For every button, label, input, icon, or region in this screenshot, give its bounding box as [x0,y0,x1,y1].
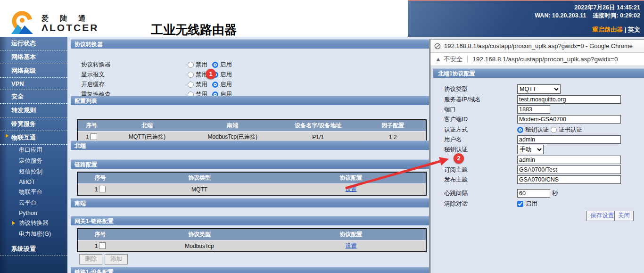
col-device: 设备名字/设备地址 [276,120,360,132]
reboot-router-link[interactable]: 重启路由器 [592,26,623,33]
disable-radio[interactable] [188,72,194,78]
sidebar-item-bandwidth[interactable]: 带宽服务 [0,117,67,131]
row-index: 1 [86,134,89,141]
heartbeat-unit: 秒 [552,190,558,198]
subscribe-topic-row: 订阅主题 [444,165,621,174]
sidebar-item-power-encrypt[interactable]: 电力加密(G) [0,229,67,240]
popup-section-bar: 北端1协议配置 [433,68,644,78]
client-id-input[interactable] [517,115,621,124]
popup-address-bar[interactable]: ▲ 不安全 192.168.8.1/asp/custapp/procon_upl… [430,53,644,66]
add-button[interactable]: 添加 [105,254,128,265]
heartbeat-input[interactable] [517,189,550,198]
row-checkbox[interactable] [99,186,106,192]
field-label: 显示报文 [81,70,141,79]
sidebar-item-label: 物联互通 [11,134,36,141]
page-title: 工业无线路由器 [151,22,237,38]
publish-topic-input[interactable] [517,175,621,184]
sidebar-item-python[interactable]: Python [0,208,67,218]
sidebar-item-forward-rules[interactable]: 转发规则 [0,104,67,117]
brand-name-en: ΛLOTCER [41,22,99,33]
auth-mode-row: 认证方式 秘钥认证 证书认证 [444,125,587,134]
protocol-type-cell: ModbusTcp [123,240,276,252]
protocol-type-cell: MQTT [123,184,276,196]
popup-url-text: 192.168.8.1/asp/custapp/procon_uplk.asp?… [472,56,618,63]
north-settings-link[interactable]: 设置 [345,186,356,192]
field-label: 秘钥认证 [444,146,517,154]
sidebar-item-serial-app[interactable]: 串口应用 [0,145,67,156]
port-input[interactable] [517,105,550,114]
save-settings-button[interactable]: 保存设置 [586,211,618,221]
header-links: 重启路由器 | 英文 [592,25,640,34]
subscribe-topic-input[interactable] [517,165,621,174]
sidebar-item-iot[interactable]: 物联互通 [0,131,67,145]
popup-window-title: 192.168.8.1/asp/custapp/procon_uplk.asp?… [444,42,633,50]
username-row: 用户名 [444,135,621,144]
disable-radio[interactable] [188,82,194,88]
cert-auth-radio[interactable] [551,127,557,133]
wan-status-line: WAN: 10.20.203.11 连接时间: 0:29:02 [535,12,640,20]
table-header-row: 序号 北端 南端 设备名字/设备地址 因子配置 [77,120,426,132]
enable-option-label: 启用 [220,80,232,89]
key-auth-radio[interactable] [517,127,523,133]
sidebar-item-running-status[interactable]: 运行状态 [0,37,67,50]
sidebar-item-protocol-converter[interactable]: 协议转换器 [0,218,67,229]
sidebar-item-network-advanced[interactable]: 网络高级 [0,64,67,78]
config-list-table: 序号 北端 南端 设备名字/设备地址 因子配置 1 MQTT(已连接) Modb… [77,119,427,143]
client-id-row: 客户端ID [444,115,621,124]
subsection-bar-link1-device: 链路1-设备配置 [71,267,429,273]
active-arrow-icon [12,221,15,225]
password-input[interactable] [517,156,621,164]
field-label: 协议转换器 [81,60,141,69]
row-checkbox[interactable] [91,133,97,140]
delete-button[interactable]: 删除 [79,254,102,265]
sidebar-item-security[interactable]: 安全 [0,90,67,104]
cache-enable-row: 开启缓存 禁用 启用 [81,80,237,89]
sidebar-item-aliiot[interactable]: AliIOT [0,177,67,187]
enable-radio[interactable] [212,82,218,88]
server-row: 服务器IP/域名 [444,95,621,104]
enable-option-label: 启用 [220,60,232,69]
field-label: 开启缓存 [81,80,141,89]
not-secure-label: 不安全 [444,55,463,64]
sidebar-item-network-basic[interactable]: 网络基本 [0,50,67,64]
language-toggle-link[interactable]: 英文 [628,26,640,33]
row-checkbox[interactable] [99,242,106,249]
clean-session-option-label: 启用 [526,200,537,208]
section-bar-south: 南端 [71,198,429,207]
col-factor: 因子配置 [360,120,426,132]
table-header-row: 序号 协议类型 协议配置 [77,172,426,184]
row-index-cell: 1 [77,184,123,196]
clean-session-row: 清除对话 启用 [444,199,542,208]
field-label: 订阅主题 [444,166,517,174]
sidebar-item-system-settings[interactable]: 系统设置 [0,242,67,256]
sidebar-item-vpn[interactable]: VPN [0,78,67,90]
step-badge-1: 1 [206,69,216,79]
sidebar-item-iot-platform[interactable]: 物联平台 [0,187,67,198]
field-label: 心跳间隔 [444,190,517,198]
connect-time: 连接时间: 0:29:02 [593,12,640,19]
sidebar-item-sms-control[interactable]: 短信控制 [0,166,67,177]
protocol-config-cell: 设置 [276,240,426,252]
disable-radio[interactable] [188,62,194,68]
step-badge-2: 2 [454,153,464,164]
sidebar-item-location[interactable]: 定位服务 [0,156,67,166]
popup-titlebar[interactable]: 192.168.8.1/asp/custapp/procon_uplk.asp?… [430,40,644,53]
server-input[interactable] [517,95,621,104]
field-label: 服务器IP/域名 [444,96,517,104]
key-auth-mode-row: 秘钥认证 手动 [444,145,544,154]
brand-name-cn: 爱 陆 通 [41,14,99,23]
field-label: 清除对话 [444,200,517,208]
protocol-type-select[interactable]: MQTT [517,84,561,94]
username-input[interactable] [517,135,621,144]
col-south: 南端 [189,120,276,132]
field-label: 客户端ID [444,116,517,124]
not-secure-warning-icon: ▲ [435,56,441,63]
close-button[interactable]: 关闭 [614,211,634,221]
south-settings-link[interactable]: 设置 [345,242,356,249]
key-auth-mode-select[interactable]: 手动 [517,145,544,154]
expanded-arrow-icon [6,134,8,138]
clean-session-checkbox[interactable] [517,201,523,207]
subsection-bar-gateway1-link: 网关1-链路配置 [71,216,429,225]
enable-radio[interactable] [212,62,218,68]
sidebar-item-cloud-platform[interactable]: 云平台 [0,198,67,208]
